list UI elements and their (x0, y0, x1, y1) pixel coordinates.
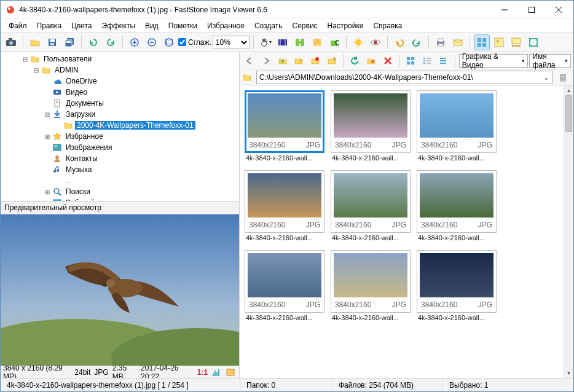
thumbnail-frame[interactable]: 3840x2160JPG (417, 250, 497, 313)
delete-folder-button[interactable] (555, 69, 571, 85)
tree-node-images[interactable]: Изображения (3, 142, 237, 153)
compare-button[interactable] (292, 34, 308, 50)
smoothing-input[interactable] (178, 38, 186, 46)
scroll-down-button[interactable]: ▼ (564, 368, 573, 378)
menu-effects[interactable]: Эффекты (98, 20, 140, 31)
thumbnail-frame[interactable]: 3840x2160JPG (331, 250, 411, 313)
thumbnail-item[interactable]: 3840x2160JPG 4k-3840-x-2160-wall... (417, 170, 497, 241)
acquire-button[interactable] (3, 34, 19, 50)
fav-list-button[interactable] (308, 53, 323, 69)
refresh-button[interactable] (347, 53, 363, 69)
delete-button[interactable] (380, 53, 395, 69)
thumbnail-item[interactable]: 3840x2160JPG 4k-3840-x-2160-wall... (417, 250, 497, 321)
view-list-button[interactable] (436, 53, 451, 69)
thumbnail-item[interactable]: 3840x2160JPG 4k-3840-x-2160-wall... (245, 90, 324, 162)
smoothing-checkbox[interactable]: Сглаж. (178, 38, 211, 47)
sort-combo[interactable]: Имя файла (529, 54, 570, 68)
redo-button[interactable] (409, 34, 425, 50)
move-button[interactable] (364, 53, 379, 69)
redeye-button[interactable] (368, 34, 383, 50)
tree-node-search[interactable]: ⊞Поиски (3, 186, 237, 197)
tree-node-downloads[interactable]: ⊟Загрузки (3, 109, 237, 120)
thumbnail-frame[interactable]: 3840x2160JPG (331, 170, 411, 233)
zoom-out-button[interactable] (144, 34, 160, 50)
rotate-right-button[interactable] (103, 34, 119, 50)
tree-node-music[interactable]: Музыка (3, 164, 237, 175)
thumbnail-frame[interactable]: 3840x2160JPG (417, 90, 497, 153)
menu-view[interactable]: Вид (141, 20, 163, 31)
tree-node-onedrive[interactable]: OneDrive (3, 76, 237, 87)
zoom-in-button[interactable] (127, 34, 143, 50)
thumbnail-frame[interactable]: 3840x2160JPG (245, 90, 324, 153)
thumbnail-item[interactable]: 3840x2160JPG 4k-3840-x-2160-wall... (331, 90, 411, 162)
fav-add-button[interactable] (291, 53, 307, 69)
thumbnail-item[interactable]: 3840x2160JPG 4k-3840-x-2160-wall... (245, 170, 324, 241)
thumbnail-frame[interactable]: 3840x2160JPG (245, 250, 324, 313)
thumbnail-grid[interactable]: 3840x2160JPG 4k-3840-x-2160-wall... 3840… (240, 85, 573, 378)
maximize-button[interactable] (518, 1, 545, 18)
new-folder-button[interactable] (324, 53, 339, 69)
rotate-left-button[interactable] (85, 34, 101, 50)
exif-icon[interactable] (226, 367, 235, 377)
thumbnail-item[interactable]: 3840x2160JPG 4k-3840-x-2160-wall... (331, 250, 411, 321)
zoom-select[interactable]: 10% (213, 36, 250, 49)
scroll-up-button[interactable]: ▲ (564, 85, 573, 95)
thumbnail-meta: 3840x2160JPG (420, 219, 493, 230)
hand-tool-button[interactable]: ▾ (258, 34, 273, 50)
menu-file[interactable]: Файл (4, 20, 31, 31)
filter-combo[interactable]: Графика & Видео (459, 54, 529, 68)
view-single-button[interactable] (491, 34, 507, 50)
thumbnail-frame[interactable]: 3840x2160JPG (417, 170, 497, 233)
tree-node-video[interactable]: Видео (3, 87, 237, 98)
menu-favorites[interactable]: Избранное (203, 20, 249, 31)
thumbnail-frame[interactable]: 3840x2160JPG (245, 170, 324, 233)
tree-node-admin[interactable]: ⊟ADMIN (3, 65, 237, 76)
preview-header: Предварительный просмотр (1, 201, 239, 214)
tree-node-users[interactable]: ⊟Пользователи (3, 53, 237, 65)
scroll-thumb[interactable] (565, 95, 572, 132)
view-details-button[interactable] (419, 53, 434, 69)
thumbnail-item[interactable]: 3840x2160JPG 4k-3840-x-2160-wall... (417, 90, 497, 162)
menu-settings[interactable]: Настройки (323, 20, 368, 31)
save-button[interactable] (44, 34, 60, 50)
folder-tree[interactable]: ⊟Пользователи ⊟ADMIN OneDrive Видео Доку… (1, 52, 239, 201)
tree-node-contacts[interactable]: Контакты (3, 153, 237, 164)
svg-point-47 (497, 40, 499, 42)
view-thumbnails-button[interactable] (474, 34, 490, 50)
histogram-icon[interactable] (211, 367, 220, 377)
tree-node-docs[interactable]: Документы (3, 98, 237, 109)
save-all-button[interactable] (61, 34, 77, 50)
undo-button[interactable] (391, 34, 407, 50)
preview-pane[interactable] (1, 214, 239, 366)
scrollbar[interactable]: ▲ ▼ (564, 85, 573, 378)
thumbnail-item[interactable]: 3840x2160JPG 4k-3840-x-2160-wall... (331, 170, 411, 241)
menu-edit[interactable]: Правка (33, 20, 66, 31)
minimize-button[interactable] (491, 1, 518, 18)
adjust-button[interactable] (350, 34, 366, 50)
open-button[interactable] (27, 34, 43, 50)
path-combo[interactable]: C:\Users\ADMIN\Downloads\2000-4K-Wallpap… (256, 71, 552, 84)
fullscreen-button[interactable] (525, 34, 541, 50)
close-button[interactable] (545, 1, 572, 18)
crop-button[interactable] (309, 34, 325, 50)
nav-up-button[interactable] (275, 53, 290, 69)
nav-forward-button[interactable] (259, 53, 274, 69)
zoom-actual-button[interactable]: 1:1 (161, 34, 177, 50)
email-button[interactable] (450, 34, 466, 50)
batch-convert-button[interactable]: CB (326, 34, 342, 50)
print-button[interactable] (433, 34, 449, 50)
tree-node-favorites[interactable]: ⊞Избранное (3, 131, 237, 142)
slideshow-button[interactable] (275, 34, 291, 50)
menu-colors[interactable]: Цвета (67, 20, 96, 31)
view-large-icons-button[interactable] (403, 53, 419, 69)
svg-point-60 (55, 155, 59, 159)
thumbnail-item[interactable]: 3840x2160JPG 4k-3840-x-2160-wall... (245, 250, 324, 321)
menu-help[interactable]: Справка (369, 20, 406, 31)
menu-create[interactable]: Создать (250, 20, 287, 31)
menu-tags[interactable]: Пометки (164, 20, 202, 31)
tree-node-selected-folder[interactable]: 2000-4K-Wallpapers-Themefoxx-01 (3, 120, 237, 131)
menu-tools[interactable]: Сервис (288, 20, 322, 31)
nav-back-button[interactable] (242, 53, 258, 69)
view-filmstrip-button[interactable] (508, 34, 524, 50)
thumbnail-frame[interactable]: 3840x2160JPG (331, 90, 411, 153)
